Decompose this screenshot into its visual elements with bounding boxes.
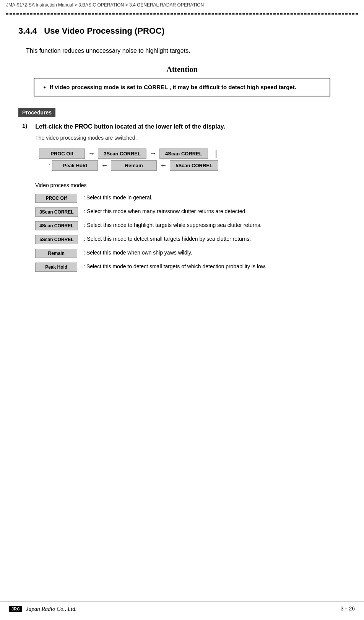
flow-btn-5scan: 5Scan CORREL [170, 160, 218, 171]
flow-arrow-1: → [88, 150, 95, 158]
mode-row-2: 4Scan CORREL : Select this mode to highl… [35, 221, 345, 230]
mode-btn-5: Peak Hold [35, 263, 77, 272]
flow-bottom-row: ↑ Peak Hold ← Remain ← 5Scan CORREL [46, 160, 345, 171]
footer: JRC Japan Radio Co., Ltd. 3－26 [0, 601, 364, 612]
flow-arrow-2: → [150, 150, 156, 158]
bend-arrow-left: ↑ [47, 162, 50, 169]
mode-btn-0: PROC Off [35, 194, 77, 203]
mode-btn-1: 3Scan CORREL [35, 207, 78, 217]
mode-row-4: Remain : Select this mode when own ship … [35, 249, 345, 258]
mode-btn-3: 5Scan CORREL [35, 235, 78, 244]
section-heading: 3.4.4 Use Video Processing (PROC) [18, 26, 346, 36]
flow-btn-proc-off: PROC Off [39, 148, 85, 159]
modes-title: Video process modes [35, 182, 345, 188]
attention-bullet: If video processing mode is set to CORRE… [50, 84, 322, 90]
main-content: 3.4.4 Use Video Processing (PROC) This f… [0, 15, 364, 307]
step-main-text: Left-click the PROC button located at th… [35, 122, 345, 131]
footer-logo: JRC Japan Radio Co., Ltd. [9, 606, 77, 612]
jrc-badge: JRC [9, 606, 22, 612]
footer-page: 3－26 [341, 605, 355, 612]
step-1: 1) Left-click the PROC button located at… [22, 122, 346, 276]
step-sub-text: The video processing modes are switched. [35, 135, 345, 141]
mode-row-5: Peak Hold : Select this mode to detect s… [35, 263, 345, 272]
mode-desc-5: : Select this mode to detect small targe… [83, 263, 266, 271]
mode-desc-1: : Select this mode when many rain/snow c… [84, 207, 247, 215]
flow-btn-peak-hold: Peak Hold [52, 160, 98, 171]
flow-btn-3scan: 3Scan CORREL [98, 148, 146, 159]
attention-box: If video processing mode is set to CORRE… [34, 78, 330, 96]
procedures-badge: Procedures [18, 108, 55, 117]
flow-btn-remain: Remain [111, 160, 157, 171]
modes-section: Video process modes PROC Off : Select th… [35, 182, 345, 272]
flow-arrow-left-1: ← [101, 162, 108, 170]
step-number: 1) [22, 122, 34, 129]
mode-btn-2: 4Scan CORREL [35, 221, 78, 230]
mode-btn-4: Remain [35, 249, 77, 258]
mode-row-0: PROC Off : Select this mode in general. [35, 194, 345, 203]
mode-desc-2: : Select this mode to highlight targets … [84, 221, 262, 229]
mode-desc-0: : Select this mode in general. [83, 194, 153, 202]
intro-text: This function reduces unnecessary noise … [26, 47, 346, 54]
mode-row-1: 3Scan CORREL : Select this mode when man… [35, 207, 345, 217]
step-content: Left-click the PROC button located at th… [35, 122, 345, 276]
flow-top-row: PROC Off → 3Scan CORREL → 4Scan CORREL [39, 148, 345, 159]
flow-diagram: PROC Off → 3Scan CORREL → 4Scan CORREL [39, 148, 345, 171]
mode-desc-4: : Select this mode when own ship yaws wi… [83, 249, 192, 257]
mode-row-3: 5Scan CORREL : Select this mode to detec… [35, 235, 345, 244]
attention-title: Attention [18, 65, 346, 74]
footer-company: Japan Radio Co., Ltd. [26, 606, 77, 612]
flow-arrow-left-2: ← [160, 162, 167, 170]
mode-desc-3: : Select this mode to detect small targe… [84, 235, 251, 243]
breadcrumb: JMA-9172-SA Instruction Manual > 3.BASIC… [0, 0, 364, 10]
flow-btn-4scan: 4Scan CORREL [159, 148, 208, 159]
